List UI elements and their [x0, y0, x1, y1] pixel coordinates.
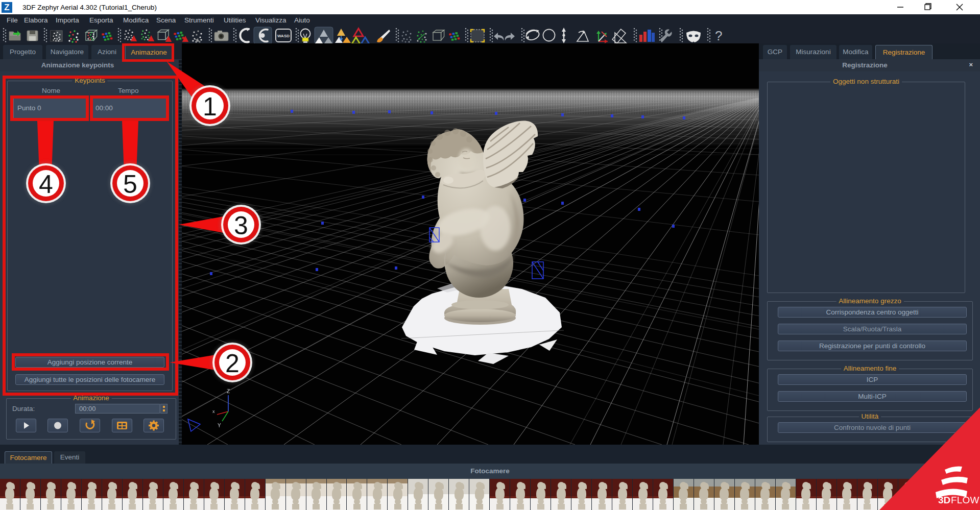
svg-text:3D: 3D — [938, 495, 950, 505]
svg-text:x: x — [212, 409, 215, 414]
svg-text:WASD: WASD — [277, 34, 290, 38]
svg-text:Z: Z — [227, 388, 230, 394]
svg-text:FLOW: FLOW — [951, 495, 979, 505]
svg-text:?: ? — [715, 28, 722, 43]
svg-text:Y: Y — [218, 423, 221, 428]
